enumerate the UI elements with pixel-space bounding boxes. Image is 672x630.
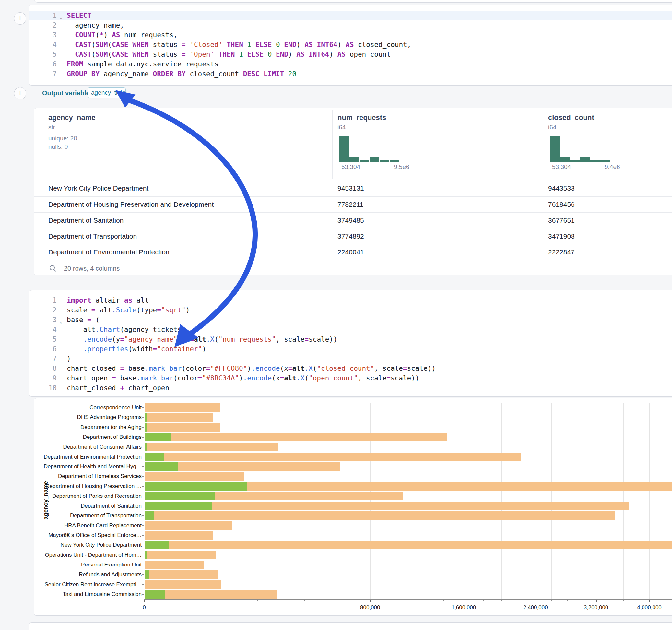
x-axis-minor-tick: [421, 600, 422, 602]
x-axis-minor-tick: [637, 600, 637, 602]
gridline: [662, 403, 662, 599]
table-row[interactable]: New York City Police Department945313194…: [34, 180, 672, 196]
gridline: [370, 403, 370, 599]
y-axis-label: Correspondence Unit: [38, 405, 142, 411]
gridline: [623, 403, 624, 599]
y-axis-tick: [142, 417, 144, 418]
bar-closed-count: [145, 413, 213, 421]
line-number: 6: [37, 59, 57, 69]
gridline: [397, 403, 397, 599]
chart-output-cell: Correspondence UnitDHS Advantage Program…: [34, 398, 672, 616]
code-line[interactable]: COUNT(*) AS num_requests,: [67, 30, 672, 40]
gridline: [483, 403, 483, 599]
y-axis-label: Senior Citizen Rent Increase Exempti…: [38, 581, 142, 588]
add-cell-button-top[interactable]: +: [14, 12, 26, 25]
x-axis-minor-tick: [519, 600, 519, 602]
code-line[interactable]: CAST(SUM(CASE WHEN status = 'Closed' THE…: [67, 40, 672, 50]
cell-closed-count: 9443533: [548, 185, 575, 192]
code-line[interactable]: alt.Chart(agency_tickets): [67, 325, 672, 335]
cell-num-requests: 3774892: [337, 232, 364, 240]
sql-cell[interactable]: 1⌄234567SELECT agency_name, COUNT(*) AS …: [28, 4, 672, 86]
closed-count-histogram: [550, 136, 615, 162]
code-line[interactable]: GROUP BY agency_name ORDER BY closed_cou…: [67, 69, 672, 79]
add-cell-button-middle[interactable]: +: [14, 87, 26, 99]
line-number: 5: [37, 335, 57, 344]
column-header-agency-name[interactable]: agency_name: [48, 114, 96, 122]
line-number: 7: [37, 354, 57, 364]
line-number: 6: [37, 344, 57, 354]
code-line[interactable]: chart_open = base.mark_bar(color="#8BC34…: [67, 373, 672, 383]
hist-min-label: 53,304: [341, 163, 360, 170]
bar-open-count: [145, 482, 247, 491]
table-row[interactable]: Department of Sanitation37494853677651: [34, 212, 672, 228]
y-axis-label: Department of Transportation: [38, 512, 142, 519]
gridline: [340, 403, 340, 599]
y-axis-label: Department of Consumer Affairs: [38, 444, 142, 450]
x-axis-title: closed_count, open_count: [378, 615, 452, 615]
code-line[interactable]: SELECT: [67, 11, 672, 20]
bar-open-count: [145, 433, 171, 441]
line-number: 7: [37, 69, 57, 79]
code-line[interactable]: CAST(SUM(CASE WHEN status = 'Open' THEN …: [67, 50, 672, 59]
line-number: 3⌄: [37, 315, 57, 325]
bar-open-count: [145, 492, 215, 500]
code-line[interactable]: .properties(width="container"): [67, 344, 672, 354]
code-line[interactable]: import altair as alt: [67, 295, 672, 305]
column-header-num-requests[interactable]: num_requests: [337, 114, 386, 122]
bar-open-count: [145, 413, 147, 421]
gridline: [637, 403, 637, 599]
table-row[interactable]: Department of Environmental Protection22…: [34, 244, 672, 260]
cell-agency-name: New York City Police Department: [48, 185, 148, 192]
column-header-closed-count[interactable]: closed_count: [548, 114, 594, 122]
x-axis-minor-tick: [610, 600, 610, 602]
bar-closed-count: [145, 404, 220, 412]
x-axis-tick: [463, 600, 464, 602]
altair-bar-chart: Correspondence UnitDHS Advantage Program…: [34, 398, 672, 615]
x-axis-tick: [535, 600, 536, 602]
x-axis-minor-tick: [443, 600, 444, 602]
code-line[interactable]: base = (: [67, 315, 672, 325]
line-number: 5: [37, 50, 57, 59]
python-cell[interactable]: 123⌄45678910import altair as altscale = …: [28, 290, 672, 397]
gridline: [502, 403, 502, 599]
code-line[interactable]: chart_closed + chart_open: [67, 383, 672, 393]
y-axis-label: Operations Unit - Department of Hom…: [38, 552, 142, 558]
table-search-icon[interactable]: [49, 264, 57, 273]
y-axis-tick: [142, 476, 144, 477]
gridline: [443, 403, 443, 599]
code-line[interactable]: scale = alt.Scale(type="sqrt"): [67, 305, 672, 315]
bar-closed-count: [145, 541, 672, 549]
table-row[interactable]: Department of Housing Preservation and D…: [34, 196, 672, 213]
table-row[interactable]: Department of Transportation377489234719…: [34, 228, 672, 244]
y-axis-label: New York City Police Department: [38, 542, 142, 548]
x-axis-tick-label: 0: [143, 604, 146, 611]
cell-agency-name: Department of Transportation: [48, 232, 137, 240]
code-line[interactable]: .encode(y="agency_name", x=alt.X("num_re…: [67, 335, 672, 344]
code-line[interactable]: chart_closed = base.mark_bar(color="#FFC…: [67, 364, 672, 373]
histogram-bin: [339, 137, 349, 162]
gridline: [567, 403, 567, 599]
x-axis-minor-tick: [304, 600, 305, 602]
histogram-bin: [560, 158, 570, 162]
code-line[interactable]: ): [67, 354, 672, 364]
gridline: [535, 403, 536, 599]
notebook-page: { "colors":{"accent_arrow":"#2b57dd","hi…: [0, 0, 672, 630]
y-axis-label: Refunds and Adjustments: [38, 571, 142, 578]
y-axis-label: Personal Exemption Unit: [38, 562, 142, 568]
y-axis-tick: [142, 446, 144, 447]
line-number: 8: [37, 364, 57, 373]
y-axis-label: Department of Homeless Services: [38, 473, 142, 480]
code-line[interactable]: FROM sample_data.nyc.service_requests: [67, 59, 672, 69]
code-line[interactable]: agency_name,: [67, 20, 672, 30]
y-axis-tick: [142, 535, 144, 536]
x-axis-minor-tick: [340, 600, 340, 602]
bar-closed-count: [145, 453, 521, 461]
y-axis-tick: [142, 496, 144, 496]
y-axis-tick: [142, 584, 144, 585]
bar-closed-count: [145, 502, 629, 510]
bar-open-count: [145, 541, 169, 549]
x-axis-minor-tick: [662, 600, 662, 602]
output-variable-pill[interactable]: agency_tickets: [88, 88, 126, 98]
histogram-bin: [570, 160, 580, 162]
table-row-count: 20 rows, 4 columns: [64, 265, 120, 272]
